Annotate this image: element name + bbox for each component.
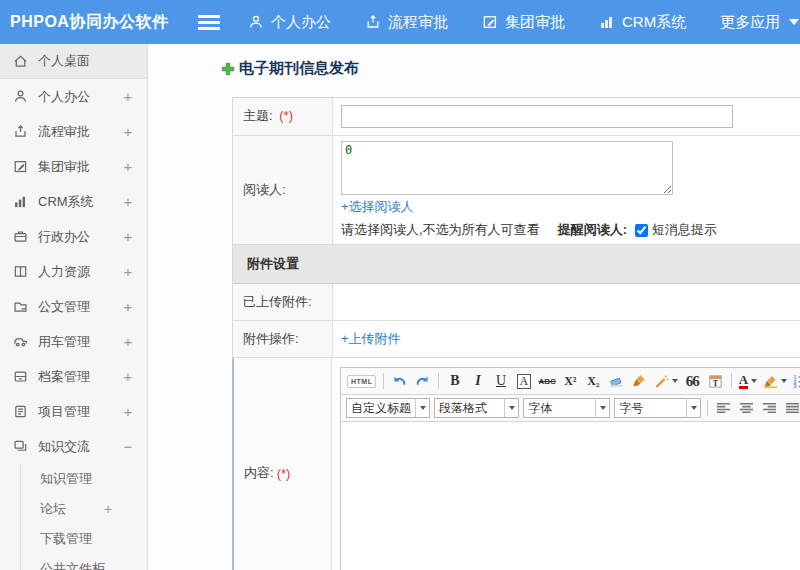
sidebar-item-9[interactable]: 用车管理+ (0, 324, 147, 359)
expand-toggle-icon[interactable]: + (121, 403, 135, 420)
nav-item-5[interactable]: 更多应用 (720, 13, 799, 32)
nav-item-3[interactable]: 集团审批 (482, 13, 565, 32)
highlight-color-icon[interactable] (761, 371, 789, 392)
font-color-button[interactable]: A (737, 371, 759, 392)
paragraph-format-select[interactable]: 段落格式 (434, 398, 519, 418)
expand-toggle-icon[interactable]: + (104, 501, 112, 517)
insert-date-icon[interactable]: T (705, 371, 726, 392)
expand-toggle-icon[interactable]: + (121, 158, 135, 175)
subscript-button[interactable]: X₂ (583, 371, 604, 392)
sidebar-subitem-3[interactable]: 下载管理 (0, 524, 147, 554)
home-icon (13, 54, 28, 69)
sidebar-subitem-1[interactable]: 知识管理 (0, 464, 147, 494)
expand-toggle-icon[interactable]: + (121, 193, 135, 210)
undo-icon[interactable] (389, 371, 410, 392)
nav-item-4[interactable]: CRM系统 (599, 13, 686, 32)
nav-item-label: 更多应用 (720, 13, 780, 32)
align-center-icon[interactable] (736, 398, 757, 419)
ordered-list-icon[interactable]: 123 (791, 371, 800, 392)
subject-input[interactable] (341, 105, 733, 128)
select-value: 字号 (619, 400, 643, 417)
menu-toggle-icon[interactable] (198, 15, 220, 30)
redo-icon[interactable] (412, 371, 433, 392)
upload-attachment-link[interactable]: +上传附件 (341, 330, 401, 348)
font-size-select[interactable]: 字号 (614, 398, 701, 418)
strikethrough-button[interactable]: ABC (536, 371, 557, 392)
sidebar-subitem-label: 知识管理 (40, 470, 92, 488)
sidebar-item-3[interactable]: 流程审批+ (0, 114, 147, 149)
top-navigation: 个人办公流程审批集团审批CRM系统更多应用 (248, 13, 799, 32)
chevron-down-icon (686, 399, 700, 417)
superscript-button[interactable]: X² (560, 371, 581, 392)
select-readers-link[interactable]: +选择阅读人 (341, 198, 414, 216)
readers-row: 阅读人: 0 +选择阅读人 请选择阅读人,不选为所有人可查看 提醒阅读人: 短消… (233, 136, 800, 245)
nav-item-1[interactable]: 个人办公 (248, 13, 331, 32)
toolbar-separator (731, 373, 732, 389)
sidebar-item-label: 档案管理 (38, 368, 90, 386)
sidebar-subitem-4[interactable]: 公共文件柜 (0, 554, 147, 570)
editor-toolbar-row2: 自定义标题段落格式字体字号 (341, 395, 800, 422)
expand-toggle-icon[interactable]: + (121, 228, 135, 245)
sidebar-subitem-2[interactable]: 论坛+ (0, 494, 147, 524)
sidebar-item-1[interactable]: 个人桌面 (0, 44, 147, 79)
sidebar-item-12[interactable]: 知识交流− (0, 429, 147, 464)
html-source-button[interactable]: HTML (345, 371, 378, 392)
sidebar-submenu: 知识管理论坛+下载管理公共文件柜 (0, 464, 147, 570)
sidebar-item-7[interactable]: 人力资源+ (0, 254, 147, 289)
font-family-select[interactable]: 字体 (523, 398, 610, 418)
sidebar-item-4[interactable]: 集团审批+ (0, 149, 147, 184)
expand-toggle-icon[interactable]: − (121, 438, 135, 455)
briefcase-icon (13, 229, 28, 244)
sidebar-subitem-label: 下载管理 (40, 530, 92, 548)
person-icon (248, 14, 264, 30)
font-border-button[interactable]: A (513, 371, 534, 392)
toolbar-separator (438, 373, 439, 389)
sidebar-item-label: 集团审批 (38, 158, 90, 176)
italic-button[interactable]: I (467, 371, 488, 392)
blockquote-button[interactable]: 66 (682, 371, 703, 392)
align-left-icon[interactable] (713, 398, 734, 419)
person-icon (13, 89, 28, 104)
sidebar-item-label: 个人桌面 (38, 52, 90, 70)
sidebar-item-2[interactable]: 个人办公+ (0, 79, 147, 114)
sidebar-item-label: 知识交流 (38, 438, 90, 456)
format-brush-icon[interactable] (629, 371, 650, 392)
expand-toggle-icon[interactable]: + (121, 88, 135, 105)
doc-icon (13, 299, 28, 314)
expand-toggle-icon[interactable]: + (121, 263, 135, 280)
rich-text-editor: HTMLBIUAABCX²X₂66TA123 自定义标题段落格式字体字号 (340, 367, 800, 570)
auto-typeset-icon[interactable] (652, 371, 680, 392)
custom-title-select[interactable]: 自定义标题 (346, 398, 430, 418)
expand-toggle-icon[interactable]: + (121, 333, 135, 350)
remind-readers-label: 提醒阅读人: (558, 221, 627, 239)
application-window: PHPOA协同办公软件 个人办公流程审批集团审批CRM系统更多应用 个人桌面个人… (0, 0, 800, 570)
edit-icon (482, 14, 498, 30)
chart-icon (599, 14, 615, 30)
expand-toggle-icon[interactable]: + (121, 123, 135, 140)
align-right-icon[interactable] (759, 398, 780, 419)
sidebar-item-6[interactable]: 行政办公+ (0, 219, 147, 254)
sms-checkbox[interactable] (635, 224, 648, 237)
sidebar-subitem-label: 论坛 (40, 500, 66, 518)
chart-icon (13, 194, 28, 209)
expand-toggle-icon[interactable]: + (121, 368, 135, 385)
edit-icon (13, 159, 28, 174)
sidebar-item-11[interactable]: 项目管理+ (0, 394, 147, 429)
nav-item-2[interactable]: 流程审批 (365, 13, 448, 32)
sidebar-item-8[interactable]: 公文管理+ (0, 289, 147, 324)
sidebar-item-5[interactable]: CRM系统+ (0, 184, 147, 219)
readers-textarea[interactable]: 0 (341, 141, 673, 195)
sidebar-item-10[interactable]: 档案管理+ (0, 359, 147, 394)
underline-button[interactable]: U (490, 371, 511, 392)
chevron-down-icon (751, 379, 757, 383)
align-justify-icon[interactable] (782, 398, 800, 419)
eraser-icon[interactable] (606, 371, 627, 392)
publish-form: 主题: (*) 阅读人: 0 +选择阅读人 请选择阅读人,不选为所有人可查看 (232, 97, 800, 570)
bold-button[interactable]: B (444, 371, 465, 392)
top-header: PHPOA协同办公软件 个人办公流程审批集团审批CRM系统更多应用 (0, 0, 800, 44)
readers-label: 阅读人: (243, 181, 286, 199)
editor-content-area[interactable] (341, 422, 800, 570)
expand-toggle-icon[interactable]: + (121, 298, 135, 315)
uploaded-label: 已上传附件: (233, 284, 333, 320)
readers-hint: 请选择阅读人,不选为所有人可查看 (341, 221, 540, 239)
